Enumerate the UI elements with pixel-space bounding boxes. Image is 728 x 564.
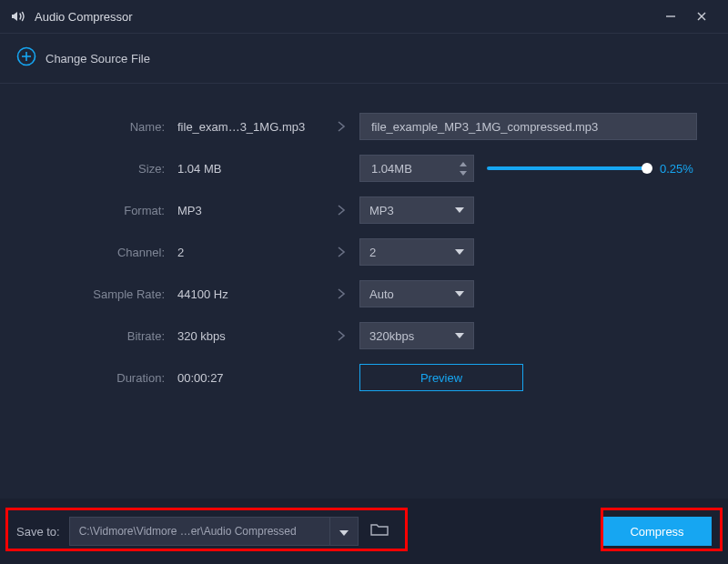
sample-rate-dropdown[interactable]: Auto (359, 280, 474, 307)
channel-value: 2 (369, 246, 376, 259)
app-title: Audio Compressor (35, 10, 133, 24)
bottom-bar: Save to: C:\Vidmore\Vidmore …er\Audio Co… (0, 499, 728, 564)
source-format: MP3 (177, 204, 323, 217)
change-source-button[interactable]: Change Source File (16, 46, 150, 70)
row-sample-rate: Sample Rate: 44100 Hz Auto (18, 273, 697, 315)
label-sample-rate: Sample Rate: (18, 287, 177, 301)
arrow-icon (323, 204, 359, 217)
caret-down-icon (455, 333, 464, 338)
output-size-spinner[interactable]: 1.04MB (359, 155, 474, 182)
change-source-row: Change Source File (0, 33, 728, 84)
label-bitrate: Bitrate: (18, 329, 177, 343)
row-size: Size: 1.04 MB 1.04MB 0.25% (18, 147, 697, 189)
spinner-up-icon[interactable] (457, 159, 470, 168)
change-source-label: Change Source File (46, 52, 150, 65)
close-button[interactable] (686, 4, 717, 29)
compress-label: Compress (630, 525, 683, 539)
label-format: Format: (18, 204, 177, 217)
speaker-icon (11, 9, 27, 24)
save-path-field[interactable]: C:\Vidmore\Vidmore …er\Audio Compressed (69, 517, 329, 546)
bitrate-dropdown[interactable]: 320kbps (359, 322, 474, 349)
caret-down-icon (339, 523, 349, 539)
browse-folder-button[interactable] (366, 518, 393, 545)
label-channel: Channel: (18, 246, 177, 259)
label-size: Size: (18, 162, 177, 176)
bitrate-value: 320kbps (369, 329, 414, 343)
row-bitrate: Bitrate: 320 kbps 320kbps (18, 315, 697, 357)
arrow-icon (323, 287, 359, 300)
source-sample-rate: 44100 Hz (177, 287, 323, 301)
title-bar: Audio Compressor (0, 0, 728, 33)
source-size: 1.04 MB (177, 162, 323, 176)
source-bitrate: 320 kbps (177, 329, 323, 343)
settings-form: Name: file_exam…3_1MG.mp3 file_example_M… (0, 84, 728, 398)
spinner-down-icon[interactable] (457, 168, 470, 177)
plus-circle-icon (16, 46, 36, 70)
row-duration: Duration: 00:00:27 Preview (18, 357, 697, 398)
channel-dropdown[interactable]: 2 (359, 238, 474, 266)
caret-down-icon (455, 207, 464, 213)
output-name-input[interactable]: file_example_MP3_1MG_compressed.mp3 (359, 113, 697, 140)
save-path-dropdown[interactable] (329, 517, 359, 546)
output-size-value: 1.04MB (371, 162, 412, 176)
save-to-label: Save to: (16, 525, 60, 539)
preview-button[interactable]: Preview (359, 364, 523, 391)
row-format: Format: MP3 MP3 (18, 189, 697, 231)
arrow-icon (323, 120, 359, 133)
row-channel: Channel: 2 2 (18, 231, 697, 273)
size-percentage: 0.25% (660, 162, 693, 176)
output-name-value: file_example_MP3_1MG_compressed.mp3 (371, 120, 598, 134)
preview-label: Preview (420, 371, 462, 385)
label-name: Name: (18, 120, 177, 134)
slider-thumb[interactable] (642, 163, 652, 174)
minimize-button[interactable] (655, 4, 686, 29)
format-dropdown[interactable]: MP3 (359, 196, 474, 224)
row-name: Name: file_exam…3_1MG.mp3 file_example_M… (18, 106, 697, 147)
compress-button[interactable]: Compress (602, 517, 712, 546)
caret-down-icon (455, 249, 464, 255)
source-name: file_exam…3_1MG.mp3 (177, 120, 323, 134)
source-channel: 2 (177, 246, 323, 259)
folder-icon (370, 522, 389, 540)
caret-down-icon (455, 291, 464, 297)
format-value: MP3 (369, 204, 394, 217)
label-duration: Duration: (18, 371, 177, 385)
source-duration: 00:00:27 (177, 371, 323, 385)
size-slider[interactable] (487, 166, 647, 170)
sample-rate-value: Auto (369, 287, 394, 301)
arrow-icon (323, 246, 359, 258)
save-path-value: C:\Vidmore\Vidmore …er\Audio Compressed (79, 525, 297, 538)
arrow-icon (323, 329, 359, 342)
